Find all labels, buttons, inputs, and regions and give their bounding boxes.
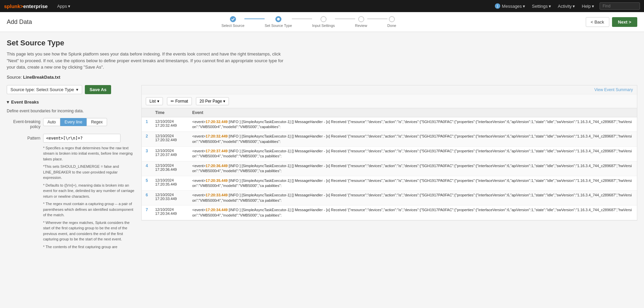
section-description: Define event boundaries for incoming dat… (7, 109, 136, 113)
pattern-row: Pattern (7, 134, 136, 143)
step-input-settings: Input Settings (312, 16, 335, 28)
help-text: * Specifies a regex that determines how … (43, 145, 136, 250)
nav-settings-label: Settings (532, 4, 548, 9)
policy-buttons: Auto Every line Regex (43, 118, 107, 126)
help-text-5: * Wherever the regex matches, Splunk con… (43, 220, 136, 242)
source-type-row: Source type: Select Source Type ▾ Save A… (7, 85, 136, 94)
col-header-time: Time (152, 108, 189, 117)
help-text-1: * Specifies a regex that determines how … (43, 145, 136, 162)
list-label: List (149, 99, 156, 104)
source-type-label: Source type: Select Source Type (10, 87, 74, 92)
time-highlight: 17:20:36.449 (206, 164, 228, 168)
row-event: <event>17:20:36.449 [INFO ] [SimpleAsync… (189, 161, 637, 176)
step-set-source-type: Set Source Type (265, 16, 292, 28)
nav-activity[interactable]: Activity ▾ (556, 4, 576, 9)
time-highlight: 17:20:37.449 (206, 149, 228, 153)
wizard-buttons: < Back Next > (586, 17, 638, 27)
help-text-2: *This sets SHOULD_LINEMERGE = false and … (43, 164, 136, 181)
time-highlight: 17:20:34.449 (206, 208, 228, 212)
policy-btn-auto[interactable]: Auto (43, 118, 60, 126)
event-breaks-section[interactable]: ▾ Event Breaks (7, 100, 136, 105)
nav-apps-label: Apps (57, 4, 67, 9)
policy-row: Event-breakingpolicy Auto Every line Reg… (7, 118, 136, 130)
source-label: Source: (7, 75, 22, 80)
format-button[interactable]: ✏ Format (167, 97, 192, 105)
step-label-2: Set Source Type (265, 24, 292, 28)
chevron-down-icon: ▾ (7, 100, 9, 105)
pattern-input[interactable] (43, 134, 121, 143)
nav-messages-label: Messages (502, 4, 522, 9)
top-nav: splunk>enterprise Apps ▾ 1 Messages ▾ Se… (0, 0, 644, 12)
policy-btn-every-line[interactable]: Every line (60, 118, 87, 126)
help-text-6: * The contents of the first capturing gr… (43, 244, 136, 250)
help-text-4: * The regex must contain a capturing gro… (43, 201, 136, 218)
row-num: 5 (142, 176, 152, 191)
col-header-num (142, 108, 152, 117)
back-button[interactable]: < Back (586, 17, 609, 27)
row-time: 12/10/202417:20:32.449 (152, 132, 189, 147)
help-text-3: * Defaults to ([\r\n]+), meaning data is… (43, 183, 136, 199)
row-event: <event>17:20:32.449 [INFO ] [SimpleAsync… (189, 117, 637, 132)
list-button[interactable]: List ▾ (146, 97, 163, 105)
chevron-down-icon: ▾ (68, 4, 70, 9)
per-page-button[interactable]: 20 Per Page ▾ (196, 97, 229, 105)
step-label-5: Done (387, 24, 396, 28)
row-event: <event>17:20:35.449 [INFO ] [SimpleAsync… (189, 176, 637, 191)
left-panel: Source type: Select Source Type ▾ Save A… (7, 85, 141, 252)
row-time: 12/10/202417:20:33.449 (152, 191, 189, 205)
row-num: 3 (142, 147, 152, 161)
view-event-summary-link[interactable]: View Event Summary (595, 87, 633, 92)
row-time: 12/10/202417:20:37.449 (152, 147, 189, 161)
pencil-icon: ✏ (171, 99, 174, 104)
main-content: Set Source Type This page lets you see h… (0, 32, 644, 258)
nav-messages[interactable]: 1 Messages ▾ (494, 3, 527, 9)
row-num: 2 (142, 132, 152, 147)
table-row: 612/10/202417:20:33.449<event>17:20:33.4… (142, 191, 637, 205)
format-label: Format (175, 99, 188, 104)
nav-settings[interactable]: Settings ▾ (531, 4, 552, 9)
nav-apps[interactable]: Apps ▾ (56, 4, 72, 9)
splunk-logo: splunk>enterprise (4, 3, 48, 9)
wizard-header: Add Data Select Source Set Source Type I… (0, 12, 644, 32)
save-as-button[interactable]: Save As (85, 85, 111, 94)
policy-label: Event-breakingpolicy (7, 118, 40, 130)
row-num: 6 (142, 191, 152, 205)
table-toolbar: List ▾ ✏ Format 20 Per Page ▾ (142, 94, 637, 108)
policy-btn-regex[interactable]: Regex (87, 118, 107, 126)
col-header-event: Event (189, 108, 637, 117)
two-col-layout: Source type: Select Source Type ▾ Save A… (7, 85, 637, 252)
row-num: 1 (142, 117, 152, 132)
row-time: 12/10/202417:20:32.449 (152, 117, 189, 132)
step-circle-1 (230, 16, 236, 22)
step-label-3: Input Settings (312, 24, 335, 28)
step-connector-2 (292, 18, 312, 19)
time-highlight: 17:20:33.449 (206, 193, 228, 197)
table-row: 412/10/202417:20:36.449<event>17:20:36.4… (142, 161, 637, 176)
nav-activity-label: Activity (558, 4, 572, 9)
row-time: 12/10/202417:20:36.449 (152, 161, 189, 176)
source-type-select[interactable]: Source type: Select Source Type ▾ (7, 85, 82, 94)
step-label-4: Review (355, 24, 367, 28)
row-num: 4 (142, 161, 152, 176)
next-button[interactable]: Next > (612, 17, 637, 27)
table-row: 712/10/202417:20:34.449<event>17:20:34.4… (142, 205, 637, 220)
row-time: 12/10/202417:20:35.449 (152, 176, 189, 191)
pattern-label: Pattern (7, 134, 40, 141)
chevron-down-icon: ▾ (523, 4, 525, 9)
chevron-down-icon: ▾ (157, 99, 159, 104)
step-connector-3 (335, 18, 355, 19)
nav-right: 1 Messages ▾ Settings ▾ Activity ▾ Help … (494, 2, 640, 10)
nav-help[interactable]: Help ▾ (580, 4, 596, 9)
step-circle-3 (320, 16, 327, 22)
source-file-link[interactable]: LineBreakData.txt (23, 75, 60, 80)
table-row: 512/10/202417:20:35.449<event>17:20:35.4… (142, 176, 637, 191)
chevron-down-icon: ▾ (573, 4, 575, 9)
add-data-title: Add Data (7, 18, 32, 26)
messages-badge: 1 (495, 3, 500, 9)
step-connector-4 (367, 18, 387, 19)
find-input[interactable] (600, 2, 640, 10)
step-done: Done (387, 16, 396, 28)
step-review: Review (355, 16, 367, 28)
step-circle-5 (389, 16, 395, 22)
wizard-steps: Select Source Set Source Type Input Sett… (45, 16, 572, 28)
